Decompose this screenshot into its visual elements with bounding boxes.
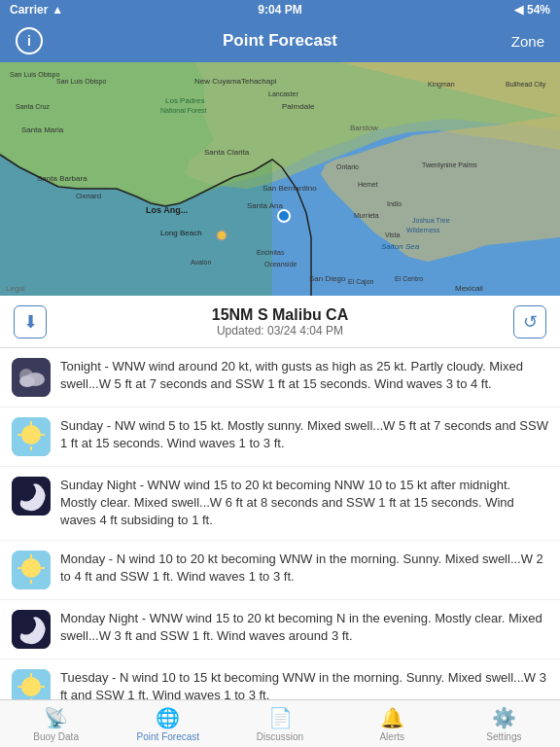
- svg-text:Los Ang...: Los Ang...: [146, 205, 188, 215]
- svg-point-42: [278, 210, 290, 222]
- status-bar: Carrier ▲ 9:04 PM ◀ 54%: [0, 0, 560, 19]
- svg-text:Hemet: Hemet: [358, 181, 378, 188]
- alerts-icon: 🔔: [380, 706, 404, 729]
- svg-text:El Cajon: El Cajon: [348, 278, 374, 286]
- tab-bar: 📡 Buoy Data 🌐 Point Forecast 📄 Discussio…: [0, 699, 560, 747]
- wifi-icon: ▲: [52, 3, 63, 17]
- forecast-item: Sunday - NW wind 5 to 15 kt. Mostly sunn…: [0, 408, 560, 466]
- svg-text:Santa Ana: Santa Ana: [247, 201, 283, 210]
- refresh-button[interactable]: ↺: [513, 305, 546, 338]
- svg-text:Legal: Legal: [6, 284, 25, 293]
- point-forecast-icon: 🌐: [156, 706, 180, 729]
- info-icon[interactable]: i: [16, 27, 43, 54]
- forecast-text: Tuesday - N wind 10 to 15 kt becoming WN…: [60, 669, 548, 699]
- svg-text:Santa Barbara: Santa Barbara: [37, 174, 88, 183]
- forecast-weather-icon: [12, 358, 51, 397]
- settings-icon: ⚙️: [492, 706, 516, 729]
- svg-text:Santa Maria: Santa Maria: [21, 125, 64, 134]
- location-icon: ◀: [514, 3, 523, 17]
- svg-text:Tehachapi: Tehachapi: [241, 77, 277, 86]
- svg-text:Santa Clarita: Santa Clarita: [204, 148, 250, 157]
- forecast-weather-icon: [12, 417, 51, 456]
- forecast-text: Monday - N wind 10 to 20 kt becoming WNW…: [60, 551, 548, 586]
- zone-button[interactable]: Zone: [511, 33, 544, 50]
- forecast-text: Sunday Night - WNW wind 15 to 20 kt beco…: [60, 477, 548, 530]
- svg-text:Ontario: Ontario: [336, 163, 359, 170]
- tab-alerts-label: Alerts: [379, 731, 404, 742]
- svg-text:Avalon: Avalon: [191, 259, 211, 266]
- status-left: Carrier ▲: [10, 3, 63, 17]
- svg-point-64: [21, 677, 41, 696]
- forecast-weather-icon: [12, 477, 51, 516]
- forecast-item: Monday - N wind 10 to 20 kt becoming WNW…: [0, 541, 560, 599]
- svg-text:Santa Cruz: Santa Cruz: [16, 103, 51, 110]
- svg-text:Mexicali: Mexicali: [455, 284, 483, 293]
- forecast-weather-icon: [12, 551, 51, 589]
- svg-point-50: [21, 425, 41, 445]
- tab-buoy-data[interactable]: 📡 Buoy Data: [0, 706, 112, 742]
- map-area[interactable]: Santa Maria Santa Cruz Santa Barbara Oxn…: [0, 62, 560, 296]
- forecast-item: Tuesday - N wind 10 to 15 kt becoming WN…: [0, 659, 560, 699]
- svg-text:Joshua Tree: Joshua Tree: [412, 217, 450, 224]
- svg-text:Twentynine Palms: Twentynine Palms: [422, 161, 477, 169]
- svg-text:Wilderness: Wilderness: [406, 227, 440, 233]
- forecast-weather-icon: [12, 669, 51, 699]
- forecast-list: Tonight - WNW wind around 20 kt, with gu…: [0, 348, 560, 699]
- battery-label: 54%: [527, 3, 550, 17]
- svg-text:National Forest: National Forest: [160, 107, 207, 114]
- svg-text:Palmdale: Palmdale: [282, 102, 315, 111]
- buoy-icon: 📡: [44, 706, 68, 729]
- svg-text:San Luis Obispo: San Luis Obispo: [10, 71, 59, 79]
- forecast-weather-icon: [12, 610, 51, 649]
- tab-point-label: Point Forecast: [137, 731, 199, 742]
- map-svg: Santa Maria Santa Cruz Santa Barbara Oxn…: [0, 62, 560, 296]
- svg-text:El Centro: El Centro: [395, 275, 423, 282]
- tab-buoy-label: Buoy Data: [33, 731, 79, 742]
- svg-text:Indio: Indio: [387, 200, 402, 207]
- download-button[interactable]: ⬇: [14, 305, 47, 338]
- nav-info-button[interactable]: i: [16, 27, 43, 54]
- carrier-label: Carrier: [10, 3, 48, 17]
- tab-alerts[interactable]: 🔔 Alerts: [336, 706, 448, 742]
- svg-text:Long Beach: Long Beach: [160, 229, 202, 237]
- svg-text:Los Padres: Los Padres: [165, 96, 204, 105]
- status-right: ◀ 54%: [514, 3, 550, 17]
- tab-point-forecast[interactable]: 🌐 Point Forecast: [112, 706, 224, 742]
- tab-settings[interactable]: ⚙️ Settings: [448, 706, 560, 742]
- forecast-item: Tonight - WNW wind around 20 kt, with gu…: [0, 348, 560, 407]
- svg-text:Bullhead City: Bullhead City: [506, 81, 546, 89]
- svg-point-48: [19, 375, 35, 387]
- svg-text:New Cuyama: New Cuyama: [194, 77, 242, 86]
- svg-text:Lancaster: Lancaster: [268, 90, 298, 97]
- location-bar: ⬇ 15NM S Malibu CA Updated: 03/24 4:04 P…: [0, 296, 560, 348]
- svg-text:Encinitas: Encinitas: [257, 249, 285, 256]
- status-time: 9:04 PM: [258, 3, 301, 17]
- svg-text:San Diego: San Diego: [309, 274, 346, 283]
- tab-discussion[interactable]: 📄 Discussion: [224, 706, 335, 742]
- svg-text:Salton Sea: Salton Sea: [381, 242, 420, 251]
- nav-title: Point Forecast: [223, 31, 337, 51]
- svg-text:Kingman: Kingman: [428, 81, 455, 89]
- svg-text:Murrieta: Murrieta: [354, 212, 379, 219]
- location-info: 15NM S Malibu CA Updated: 03/24 4:04 PM: [47, 306, 513, 338]
- svg-text:Oceanside: Oceanside: [264, 261, 298, 267]
- location-updated: Updated: 03/24 4:04 PM: [217, 324, 343, 338]
- svg-point-43: [217, 231, 227, 240]
- svg-text:Vista: Vista: [385, 231, 401, 238]
- svg-text:Barstow: Barstow: [350, 124, 378, 132]
- forecast-item: Monday Night - WNW wind 15 to 20 kt beco…: [0, 600, 560, 658]
- forecast-text: Tonight - WNW wind around 20 kt, with gu…: [60, 358, 548, 393]
- svg-text:San Luis Obispo: San Luis Obispo: [56, 78, 106, 86]
- nav-bar: i Point Forecast Zone: [0, 19, 560, 62]
- svg-point-57: [21, 558, 41, 578]
- tab-discussion-label: Discussion: [257, 731, 303, 742]
- location-name: 15NM S Malibu CA: [212, 306, 348, 324]
- tab-settings-label: Settings: [486, 731, 521, 742]
- svg-text:San Bernardino: San Bernardino: [262, 184, 317, 193]
- forecast-text: Monday Night - WNW wind 15 to 20 kt beco…: [60, 610, 548, 645]
- forecast-text: Sunday - NW wind 5 to 15 kt. Mostly sunn…: [60, 417, 548, 452]
- svg-text:Oxnard: Oxnard: [76, 192, 101, 200]
- forecast-item: Sunday Night - WNW wind 15 to 20 kt beco…: [0, 467, 560, 540]
- discussion-icon: 📄: [268, 706, 293, 729]
